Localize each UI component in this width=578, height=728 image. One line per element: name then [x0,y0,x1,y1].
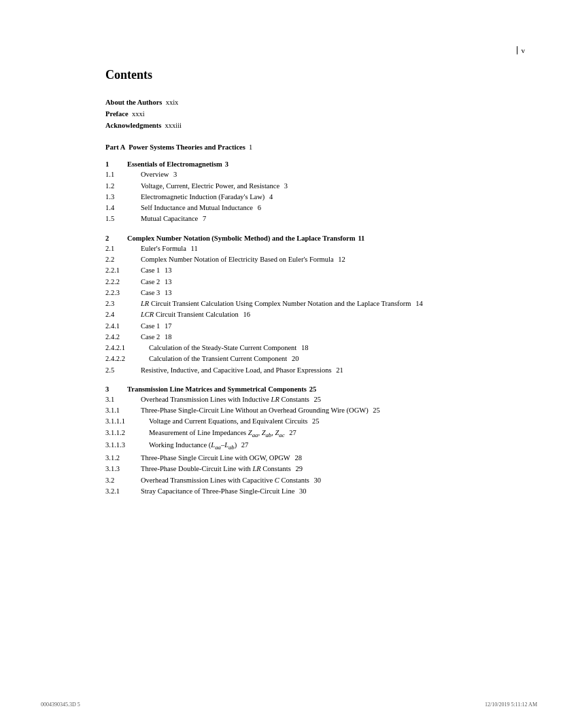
prelim-preface: Preface xxxi [105,109,524,120]
toc-text-3-1-1-2: Measurement of Line Impedances Zaa, Zab,… [149,428,296,440]
toc-2-2-1: 2.2.1 Case 1 13 [105,265,524,276]
toc-num-1-5: 1.5 [105,213,141,224]
toc-text-1-2: Voltage, Current, Electric Power, and Re… [141,181,288,192]
chapter-3-title: Transmission Line Matrices and Symmetric… [127,385,307,393]
toc-num-3-1-3: 3.1.3 [105,464,141,474]
toc-3-1-2: 3.1.2 Three-Phase Single Circuit Line wi… [105,453,524,464]
chapter-3-title-line: 3 Transmission Line Matrices and Symmetr… [105,385,524,393]
acknowledgments-page: xxxiii [165,122,182,129]
toc-text-1-1: Overview 3 [141,169,177,180]
chapter-2-page: 11 [358,235,364,242]
toc-page-2-2-1: 13 [163,266,171,274]
toc-2-2-3: 2.2.3 Case 3 13 [105,288,524,298]
toc-3-2: 3.2 Overhead Transmission Lines with Cap… [105,475,524,486]
toc-page-3-2: 30 [312,476,321,484]
toc-text-3-1: Overhead Transmission Lines with Inducti… [141,394,321,405]
toc-3-1-3: 3.1.3 Three-Phase Double-Circuit Line wi… [105,464,524,474]
chapter-2-block: 2 Complex Number Notation (Symbolic Meth… [105,235,524,376]
acknowledgments-label: Acknowledgments [105,122,161,129]
toc-page-2-4: 16 [241,311,250,318]
toc-text-2-4: LCR Circuit Transient Calculation 16 [141,309,250,320]
toc-page-3-1-3: 29 [294,465,303,472]
chapter-1-title: Essentials of Electromagnetism [127,160,222,168]
toc-num-2-4-2: 2.4.2 [105,332,141,343]
toc-2-4: 2.4 LCR Circuit Transient Calculation 16 [105,309,524,320]
toc-text-1-3: Electromagnetic Induction (Faraday's Law… [141,192,273,203]
toc-text-3-1-1-1: Voltage and Current Equations, and Equiv… [149,416,320,427]
toc-text-2-4-2-1: Calculation of the Steady-State Current … [149,343,308,353]
toc-page-2-5: 21 [335,366,343,374]
part-title: Power Systems Theories and Practices [129,143,245,151]
toc-2-2-2: 2.2.2 Case 2 13 [105,277,524,288]
contents-title: Contents [105,68,524,82]
toc-page-1-5: 7 [201,215,206,222]
toc-text-2-2-2: Case 2 13 [141,277,171,288]
toc-page-3-1-1-2: 27 [288,429,296,436]
toc-page-2-2-2: 13 [163,278,171,285]
toc-2-3: 2.3 LR Circuit Transient Calculation Usi… [105,298,524,309]
toc-text-2-2: Complex Number Notation of Electricity B… [141,254,345,265]
toc-page-3-1-1: 25 [371,406,380,414]
toc-text-2-5: Resistive, Inductive, and Capacitive Loa… [141,365,343,376]
toc-text-1-4: Self Inductance and Mutual Inductance 6 [141,203,261,213]
prelim-about: About the Authors xxix [105,97,524,109]
toc-text-2-3: LR Circuit Transient Calculation Using C… [141,298,423,309]
toc-num-2-2-3: 2.2.3 [105,288,141,298]
page: v Contents About the Authors xxix Prefac… [0,0,578,728]
chapter-2-title: Complex Number Notation (Symbolic Method… [127,235,355,242]
toc-num-2-4: 2.4 [105,309,141,320]
toc-page-2-1: 11 [189,245,198,252]
toc-num-2-2-1: 2.2.1 [105,265,141,276]
chapter-1-block: 1 Essentials of Electromagnetism 3 1.1 O… [105,160,524,224]
toc-page-1-2: 3 [282,182,288,190]
part-a-heading: Part A Power Systems Theories and Practi… [105,143,524,151]
chapter-2-num: 2 [105,235,127,242]
toc-page-1-4: 6 [256,204,261,211]
toc-num-3-1-1: 3.1.1 [105,405,141,416]
page-number: v [517,46,526,54]
toc-num-3-1-1-1: 3.1.1.1 [105,416,149,427]
chapter-1-num: 1 [105,160,127,168]
toc-3-1-1-3: 3.1.1.3 Working Inductance (Laa–Lab) 27 [105,440,524,453]
toc-num-1-3: 1.3 [105,192,141,203]
about-page: xxix [166,99,179,106]
preface-page: xxxi [132,110,145,118]
toc-page-2-2: 12 [337,256,345,263]
part-label: Part A [105,143,129,151]
toc-num-3-2-1: 3.2.1 [105,486,141,497]
toc-page-3-2-1: 30 [297,487,306,495]
toc-text-2-4-2-2: Calculation of the Transient Current Com… [149,353,299,364]
toc-num-1-2: 1.2 [105,181,141,192]
chapter-3-page: 25 [309,385,317,393]
toc-page-3-1-1-3: 27 [239,441,248,449]
toc-1-3: 1.3 Electromagnetic Induction (Faraday's… [105,192,524,203]
toc-2-4-2-2: 2.4.2.2 Calculation of the Transient Cur… [105,353,524,364]
part-page: 1 [249,143,252,151]
toc-text-1-5: Mutual Capacitance 7 [141,213,206,224]
toc-text-3-1-1-3: Working Inductance (Laa–Lab) 27 [149,440,248,453]
footer-left: 0004390345.3D 5 [41,701,80,708]
toc-3-1-1-2: 3.1.1.2 Measurement of Line Impedances Z… [105,428,524,440]
toc-page-2-2-3: 13 [163,289,171,296]
toc-2-4-1: 2.4.1 Case 1 17 [105,321,524,332]
toc-3-1-1: 3.1.1 Three-Phase Single-Circuit Line Wi… [105,405,524,416]
toc-text-2-4-1: Case 1 17 [141,321,171,332]
toc-page-2-4-2-2: 20 [290,355,299,362]
chapter-3-num: 3 [105,385,127,393]
chapter-1-page: 3 [225,160,228,168]
toc-page-2-4-2: 18 [163,333,171,341]
toc-num-3-2: 3.2 [105,475,141,486]
toc-num-3-1-1-2: 3.1.1.2 [105,428,149,438]
toc-text-2-2-1: Case 1 13 [141,265,171,276]
toc-page-3-1-2: 28 [293,454,302,462]
chapter-1-title-line: 1 Essentials of Electromagnetism 3 [105,160,524,168]
toc-text-3-1-1: Three-Phase Single-Circuit Line Without … [141,405,380,416]
chapter-3-block: 3 Transmission Line Matrices and Symmetr… [105,385,524,497]
toc-2-1: 2.1 Euler's Formula 11 [105,243,524,254]
preface-label: Preface [105,110,129,118]
toc-2-2: 2.2 Complex Number Notation of Electrici… [105,254,524,265]
toc-num-2-2-2: 2.2.2 [105,277,141,288]
toc-num-2-4-1: 2.4.1 [105,321,141,332]
toc-3-2-1: 3.2.1 Stray Capacitance of Three-Phase S… [105,486,524,497]
toc-text-2-4-2: Case 2 18 [141,332,171,343]
